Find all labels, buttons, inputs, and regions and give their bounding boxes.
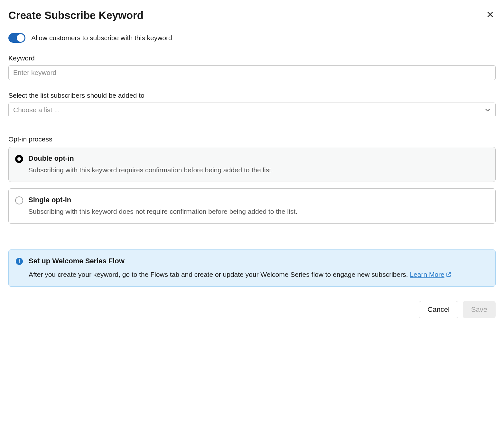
toggle-knob — [17, 34, 24, 42]
info-icon: i — [16, 258, 23, 265]
radio-title: Single opt-in — [28, 196, 489, 204]
page-title: Create Subscribe Keyword — [8, 9, 144, 22]
info-title: Set up Welcome Series Flow — [29, 257, 488, 265]
keyword-input[interactable] — [8, 65, 496, 80]
cancel-button[interactable]: Cancel — [419, 301, 458, 318]
close-icon — [486, 10, 494, 19]
info-callout: i Set up Welcome Series Flow After you c… — [8, 249, 496, 287]
list-select[interactable]: Choose a list ... — [8, 103, 496, 117]
allow-subscribe-toggle[interactable] — [8, 33, 25, 43]
keyword-label: Keyword — [8, 54, 496, 62]
radio-description: Subscribing with this keyword does not r… — [28, 207, 489, 216]
optin-option-double[interactable]: Double opt-in Subscribing with this keyw… — [8, 147, 496, 182]
optin-section-label: Opt-in process — [8, 135, 496, 143]
info-body-text: After you create your keyword, go to the… — [29, 271, 410, 278]
optin-option-single[interactable]: Single opt-in Subscribing with this keyw… — [8, 188, 496, 223]
save-button[interactable]: Save — [463, 301, 496, 318]
toggle-label: Allow customers to subscribe with this k… — [31, 34, 172, 42]
radio-title: Double opt-in — [28, 154, 489, 163]
external-link-icon — [446, 272, 452, 277]
list-placeholder: Choose a list ... — [13, 106, 60, 114]
learn-more-link[interactable]: Learn More — [410, 271, 451, 278]
radio-indicator — [15, 196, 23, 204]
close-button[interactable] — [485, 9, 496, 22]
list-label: Select the list subscribers should be ad… — [8, 92, 496, 99]
info-body: After you create your keyword, go to the… — [29, 270, 488, 279]
chevron-down-icon — [484, 107, 491, 113]
radio-indicator — [15, 155, 23, 163]
radio-description: Subscribing with this keyword requires c… — [28, 165, 489, 175]
